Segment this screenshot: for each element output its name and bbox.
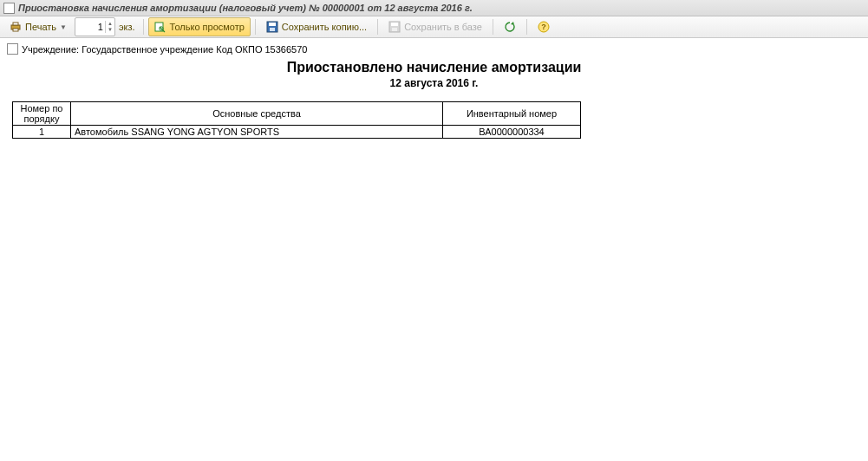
help-button[interactable]: ? <box>532 17 556 36</box>
cell-no: 1 <box>13 126 71 139</box>
help-icon: ? <box>538 21 550 33</box>
dropdown-icon: ▼ <box>60 23 67 31</box>
col-header-asset: Основные средства <box>71 102 443 126</box>
preview-icon <box>154 21 166 33</box>
separator <box>143 19 144 35</box>
separator <box>526 19 527 35</box>
document-title: Приостановлено начисление амортизации <box>7 60 861 75</box>
copies-input[interactable] <box>79 22 105 32</box>
svg-rect-10 <box>392 28 397 31</box>
spinner-down-icon[interactable]: ▼ <box>106 27 114 33</box>
preview-toggle[interactable]: Только просмотр <box>148 17 251 36</box>
svg-rect-7 <box>270 28 275 31</box>
title-bar: Приостановка начисления амортизации (нал… <box>0 0 868 16</box>
svg-rect-2 <box>13 29 18 31</box>
cell-asset: Автомобиль SSANG YONG AGTYON SPORTS <box>71 126 443 139</box>
document-area: Учреждение: Государственное учреждение К… <box>0 38 868 144</box>
toolbar: Печать ▼ ▲ ▼ экз. Только просмотр Сохран… <box>0 16 868 38</box>
org-text: Учреждение: Государственное учреждение К… <box>22 44 307 55</box>
copies-unit: экз. <box>119 22 135 32</box>
print-button[interactable]: Печать ▼ <box>3 17 73 36</box>
svg-text:?: ? <box>541 23 546 31</box>
window-icon <box>3 3 15 14</box>
separator <box>377 19 378 35</box>
svg-rect-1 <box>13 23 18 25</box>
refresh-button[interactable] <box>498 17 522 36</box>
document-date: 12 августа 2016 г. <box>7 77 861 89</box>
preview-label: Только просмотр <box>170 22 245 32</box>
printer-icon <box>10 21 22 33</box>
svg-rect-6 <box>269 23 276 26</box>
col-header-inv: Инвентарный номер <box>443 102 581 126</box>
org-line: Учреждение: Государственное учреждение К… <box>7 43 861 55</box>
floppy-dim-icon <box>388 21 401 33</box>
save-db-button[interactable]: Сохранить в базе <box>382 17 488 36</box>
org-checkbox-icon <box>7 43 18 55</box>
separator <box>255 19 256 35</box>
svg-rect-9 <box>391 23 398 26</box>
table-header-row: Номер по порядку Основные средства Инвен… <box>13 102 581 126</box>
save-copy-label: Сохранить копию... <box>282 22 367 32</box>
report-table: Номер по порядку Основные средства Инвен… <box>12 101 581 139</box>
copies-spinner[interactable]: ▲ ▼ <box>75 17 115 36</box>
window-title: Приостановка начисления амортизации (нал… <box>18 3 473 13</box>
table-row: 1 Автомобиль SSANG YONG AGTYON SPORTS ВА… <box>13 126 581 139</box>
col-header-no: Номер по порядку <box>13 102 71 126</box>
refresh-icon <box>504 21 516 33</box>
separator <box>493 19 493 35</box>
spinner-up-icon[interactable]: ▲ <box>106 21 114 27</box>
cell-inv: ВА0000000334 <box>443 126 581 139</box>
print-label: Печать <box>25 22 56 32</box>
floppy-icon <box>266 21 278 33</box>
save-copy-button[interactable]: Сохранить копию... <box>260 17 373 36</box>
save-db-label: Сохранить в базе <box>404 22 482 32</box>
